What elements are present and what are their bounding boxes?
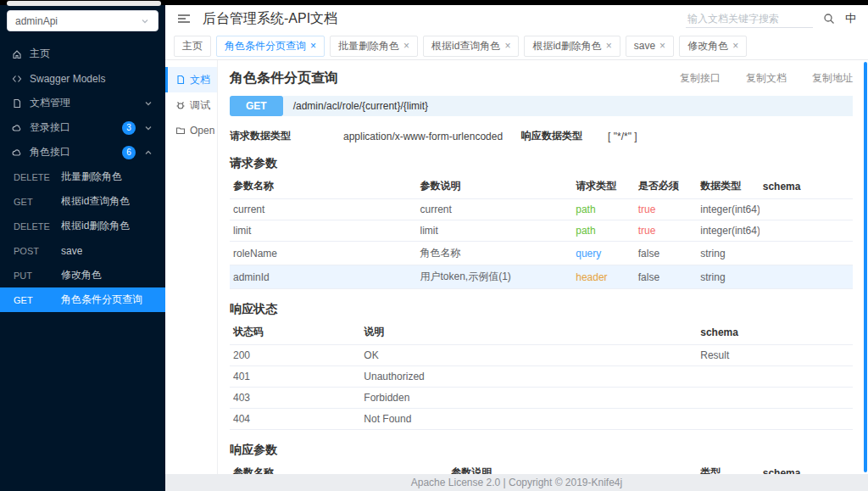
tab-label: 修改角色 bbox=[687, 39, 728, 53]
table-row[interactable]: limit limit path true integer(int64) bbox=[230, 220, 853, 242]
param-desc: current bbox=[417, 199, 573, 220]
table-row[interactable]: adminId 用户token,示例值(1) header false stri… bbox=[230, 265, 853, 289]
param-in: path bbox=[572, 199, 635, 220]
doc-nav-debug[interactable]: 调试 bbox=[165, 92, 217, 118]
doc-nav-label: 文档 bbox=[190, 73, 210, 87]
api-method-label: GET bbox=[14, 295, 61, 305]
table-header-row: 参数名称 参数说明 类型 schema bbox=[230, 460, 853, 474]
sidebar-item-label: 主页 bbox=[30, 47, 153, 61]
sidebar-item-label: 登录接口 bbox=[30, 120, 114, 135]
debug-bug-icon bbox=[175, 100, 186, 110]
sidebar-item-role-api-group[interactable]: 角色接口 6 bbox=[0, 140, 165, 165]
document-icon bbox=[12, 98, 22, 109]
table-row[interactable]: current current path true integer(int64) bbox=[230, 199, 853, 220]
doc-nav-open[interactable]: Open bbox=[165, 118, 217, 143]
doc-nav-document[interactable]: 文档 bbox=[165, 67, 217, 92]
close-icon[interactable]: × bbox=[504, 41, 510, 51]
sidebar-api-save[interactable]: POST save bbox=[0, 238, 165, 263]
api-document: 角色条件分页查询 复制接口 复制文档 复制地址 GET /admin/acl/r… bbox=[218, 60, 868, 474]
request-params-table: 参数名称 参数说明 请求类型 是否必须 数据类型 schema current … bbox=[230, 174, 853, 289]
doc-header: 角色条件分页查询 复制接口 复制文档 复制地址 bbox=[230, 67, 853, 89]
sidebar-item-home[interactable]: 主页 bbox=[0, 42, 165, 66]
copy-api-link[interactable]: 复制接口 bbox=[680, 71, 721, 86]
language-toggle[interactable]: 中 bbox=[845, 11, 856, 26]
tab-batch-delete-role[interactable]: 批量删除角色 × bbox=[330, 36, 418, 57]
window-tab-shape bbox=[7, 1, 161, 6]
col-header: 参数说明 bbox=[417, 174, 573, 199]
status-schema: Result bbox=[697, 345, 853, 366]
close-icon[interactable]: × bbox=[606, 41, 612, 51]
collapse-menu-icon[interactable] bbox=[177, 13, 191, 25]
sidebar-api-role-page-query[interactable]: GET 角色条件分页查询 bbox=[0, 287, 165, 312]
col-header: 是否必须 bbox=[635, 174, 698, 199]
param-schema bbox=[760, 220, 853, 242]
api-method-label: GET bbox=[14, 197, 61, 207]
close-icon[interactable]: × bbox=[403, 41, 409, 51]
col-header: 状态码 bbox=[230, 320, 360, 345]
close-icon[interactable]: × bbox=[732, 41, 738, 51]
response-type-value: [ "*/*" ] bbox=[608, 131, 637, 142]
tab-home[interactable]: 主页 bbox=[174, 36, 211, 57]
copy-doc-link[interactable]: 复制文档 bbox=[746, 71, 787, 86]
status-schema bbox=[697, 366, 853, 388]
tab-get-role-by-id[interactable]: 根据id查询角色 × bbox=[423, 36, 519, 57]
count-badge: 6 bbox=[122, 146, 136, 159]
param-name: adminId bbox=[230, 265, 417, 289]
tab-label: 主页 bbox=[182, 39, 203, 53]
tab-save[interactable]: save × bbox=[626, 36, 674, 57]
doc-nav-label: Open bbox=[190, 125, 214, 137]
request-type-value: application/x-www-form-urlencoded bbox=[343, 131, 503, 142]
param-desc: 角色名称 bbox=[417, 242, 573, 265]
api-title: 角色条件分页查询 bbox=[230, 70, 338, 87]
doc-search-input[interactable] bbox=[686, 10, 813, 28]
api-method-label: DELETE bbox=[14, 221, 61, 232]
search-icon[interactable] bbox=[823, 13, 835, 25]
table-row[interactable]: 401 Unauthorized bbox=[230, 366, 853, 388]
vertical-scrollbar[interactable] bbox=[864, 62, 867, 472]
table-row[interactable]: 403 Forbidden bbox=[230, 388, 853, 409]
tab-role-page-query[interactable]: 角色条件分页查询 × bbox=[216, 36, 325, 57]
tab-label: save bbox=[634, 40, 655, 52]
param-in: header bbox=[572, 265, 635, 289]
table-row[interactable]: roleName 角色名称 query false string bbox=[230, 242, 853, 265]
api-item-label: 批量删除角色 bbox=[61, 170, 122, 184]
sidebar-api-get-role-by-id[interactable]: GET 根据id查询角色 bbox=[0, 189, 165, 214]
param-desc: 用户token,示例值(1) bbox=[417, 265, 573, 289]
col-header: 参数说明 bbox=[448, 460, 697, 474]
api-item-label: 角色条件分页查询 bbox=[61, 293, 142, 307]
col-header: 类型 bbox=[697, 460, 760, 474]
table-row[interactable]: 200 OK Result bbox=[230, 345, 853, 366]
param-name: limit bbox=[230, 220, 417, 242]
tab-label: 角色条件分页查询 bbox=[225, 39, 306, 53]
param-in: query bbox=[572, 242, 635, 265]
tab-label: 根据id删除角色 bbox=[532, 39, 601, 53]
tab-bar: 主页 角色条件分页查询 × 批量删除角色 × 根据id查询角色 × 根据id删除… bbox=[165, 32, 868, 60]
home-icon bbox=[12, 49, 22, 59]
endpoint-path: /admin/acl/role/{current}/{limit} bbox=[283, 96, 853, 116]
sidebar-api-batch-delete-role[interactable]: DELETE 批量删除角色 bbox=[0, 165, 165, 189]
table-row[interactable]: 404 Not Found bbox=[230, 409, 853, 430]
tab-update-role[interactable]: 修改角色 × bbox=[679, 36, 747, 57]
sidebar: adminApi 主页 Swagger Models 文档管理 bbox=[0, 0, 165, 491]
sidebar-item-label: Swagger Models bbox=[30, 73, 153, 85]
sidebar-item-swagger-models[interactable]: Swagger Models bbox=[0, 66, 165, 91]
request-type-label: 请求数据类型 bbox=[230, 129, 291, 143]
sidebar-item-label: 角色接口 bbox=[30, 145, 114, 159]
http-method-badge: GET bbox=[230, 96, 283, 116]
sidebar-api-update-role[interactable]: PUT 修改角色 bbox=[0, 263, 165, 287]
status-code: 401 bbox=[230, 366, 360, 388]
sidebar-item-doc-manage[interactable]: 文档管理 bbox=[0, 91, 165, 115]
col-header: 参数名称 bbox=[230, 174, 417, 199]
close-icon[interactable]: × bbox=[659, 41, 665, 51]
page-title: 后台管理系统-API文档 bbox=[203, 10, 337, 28]
close-icon[interactable]: × bbox=[310, 41, 316, 51]
api-group-select[interactable]: adminApi bbox=[7, 10, 159, 31]
param-type: string bbox=[697, 242, 760, 265]
tab-delete-role-by-id[interactable]: 根据id删除角色 × bbox=[524, 36, 620, 57]
footer: Apache License 2.0 | Copyright © 2019-Kn… bbox=[165, 474, 868, 491]
param-type: integer(int64) bbox=[697, 199, 760, 220]
copy-address-link[interactable]: 复制地址 bbox=[812, 71, 853, 86]
sidebar-item-login-api-group[interactable]: 登录接口 3 bbox=[0, 115, 165, 140]
sidebar-api-delete-role-by-id[interactable]: DELETE 根据id删除角色 bbox=[0, 214, 165, 238]
app-window: adminApi 主页 Swagger Models 文档管理 bbox=[0, 0, 868, 491]
